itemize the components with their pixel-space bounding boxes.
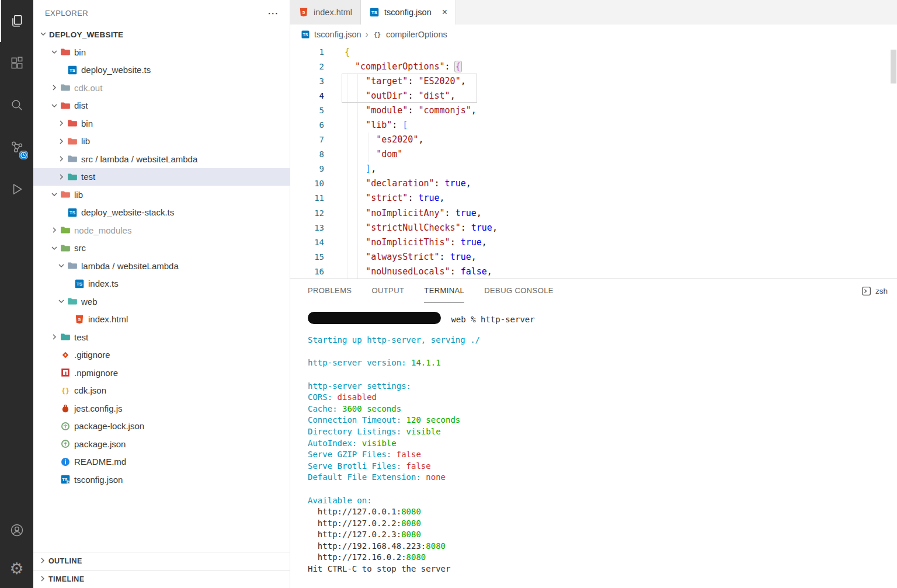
activity-search-icon[interactable] (0, 84, 33, 126)
activity-extensions-icon[interactable] (0, 42, 33, 84)
tree-item-label: bin (74, 47, 86, 57)
breadcrumb-item[interactable]: compilerOptions (386, 30, 447, 39)
tree-item[interactable]: package-lock.json (33, 417, 290, 436)
tree-item[interactable]: lambda / websiteLambda (33, 257, 290, 275)
tree-item[interactable]: src (33, 239, 290, 258)
tree-item[interactable]: web (33, 293, 290, 311)
terminal-launch-icon[interactable] (861, 286, 871, 296)
folder-web-icon (67, 296, 78, 307)
tree-item[interactable]: node_modules (33, 221, 290, 239)
tree-item[interactable]: lib (33, 186, 290, 204)
tab-tsconfig.json[interactable]: TStsconfig.json× (361, 0, 456, 25)
code-token: "dist" (418, 91, 450, 101)
terminal-text: http://192.168.48.223: (308, 541, 426, 551)
terminal-line (308, 483, 897, 495)
folder-lambda-icon (67, 260, 78, 271)
folder-src-icon (60, 243, 71, 253)
panel-tab-terminal[interactable]: TERMINAL (424, 279, 464, 302)
breadcrumb-item[interactable]: tsconfig.json (314, 30, 361, 39)
tree-item[interactable]: bin (33, 114, 290, 133)
shell-label[interactable]: zsh (875, 287, 888, 295)
sidebar-section-timeline[interactable]: TIMELINE (33, 570, 290, 588)
code-token: "module" (345, 105, 408, 116)
tree-item[interactable]: 5index.html (33, 311, 290, 329)
tree-item[interactable]: test (33, 168, 290, 186)
code-token: "declaration" (345, 178, 434, 189)
tree-item[interactable]: README.md (33, 453, 290, 471)
code-editor[interactable]: 1{2 "compilerOptions": {3 "target": "ES2… (290, 44, 897, 279)
tree-item[interactable]: package.json (33, 435, 290, 453)
tree-item-label: deploy_website-stack.ts (81, 207, 174, 217)
terminal-text: http://127.0.2.2: (308, 519, 401, 528)
tree-item[interactable]: jest.config.js (33, 399, 290, 417)
tab-index.html[interactable]: 5index.html (290, 0, 361, 25)
line-number: 14 (290, 238, 324, 247)
terminal-text: Default File Extension: (308, 472, 426, 482)
chevron-spacer (64, 279, 73, 288)
line-number: 13 (290, 223, 324, 232)
tree-item-label: jest.config.js (74, 403, 123, 413)
terminal-text: 8080 (401, 507, 421, 516)
tree-item[interactable]: dist (33, 97, 290, 115)
terminal-text: visible (362, 439, 397, 448)
activity-explorer-icon[interactable] (0, 0, 33, 42)
line-number: 8 (290, 149, 324, 159)
workspace-root-label: DEPLOY_WEBSITE (49, 30, 123, 39)
code-line: 9 ], (290, 162, 897, 176)
tree-item[interactable]: TSindex.ts (33, 275, 290, 293)
sidebar-section-outline[interactable]: OUTLINE (33, 552, 290, 570)
tree-item[interactable]: src / lambda / websiteLambda (33, 150, 290, 168)
tree-item[interactable]: {}cdk.json (33, 382, 290, 400)
code-token: : (434, 178, 445, 189)
chevron-spacer (57, 65, 66, 75)
code-token: "target" (345, 76, 408, 86)
code-token: , (487, 266, 492, 277)
code-token: "dom" (345, 149, 402, 159)
terminal-text: web % http-server (446, 315, 535, 324)
code-token: , (471, 105, 477, 116)
tree-item[interactable]: test (33, 328, 290, 346)
tree-item[interactable]: .gitignore (33, 346, 290, 364)
terminal-text: http-server version: (308, 358, 411, 367)
tree-item-label: src / lambda / websiteLambda (81, 154, 197, 164)
code-token: ] (345, 163, 371, 174)
code-text: "compilerOptions": { (324, 61, 461, 72)
panel-tab-debug-console[interactable]: DEBUG CONSOLE (484, 279, 554, 302)
panel-tab-problems[interactable]: PROBLEMS (308, 279, 352, 302)
close-icon[interactable]: × (442, 8, 447, 17)
tree-item[interactable]: TStsconfig.json (33, 471, 290, 489)
activity-settings-icon[interactable]: ⚙ (0, 549, 33, 588)
tree-item[interactable]: TSdeploy_website-stack.ts (33, 204, 290, 222)
code-token: : (440, 252, 450, 262)
code-token: "noUnusedLocals" (345, 266, 450, 277)
tree-item[interactable]: cdk.out (33, 79, 290, 97)
code-token: , (471, 252, 477, 262)
code-token: "noImplicitAny" (345, 208, 445, 218)
code-token: "strictNullChecks" (345, 222, 461, 233)
activity-run-debug-icon[interactable] (0, 168, 33, 210)
tree-item[interactable]: TSdeploy_website.ts (33, 61, 290, 79)
terminal-line: Starting up http-server, serving ./ (308, 335, 897, 346)
chevron-spacer (64, 315, 73, 324)
terminal-output[interactable]: web % http-serverStarting up http-server… (290, 302, 897, 588)
code-line: 2 "compilerOptions": { (290, 59, 897, 74)
more-actions-icon[interactable]: ⋯ (267, 6, 279, 20)
tree-item[interactable]: lib (33, 133, 290, 151)
package-icon (60, 421, 71, 432)
code-text: "noImplicitThis": true, (324, 237, 487, 248)
panel-tab-output[interactable]: OUTPUT (371, 279, 404, 302)
editor-scrollbar[interactable] (891, 50, 896, 83)
activity-remote-icon[interactable] (0, 126, 33, 168)
tree-item[interactable]: bin (33, 43, 290, 61)
tree-item-label: cdk.json (74, 385, 106, 395)
code-line: 10 "declaration": true, (290, 176, 897, 191)
activity-account-icon[interactable] (0, 511, 33, 549)
chevron-spacer (50, 439, 59, 448)
section-label: OUTLINE (48, 557, 82, 565)
terminal-text: 8080 (406, 552, 426, 562)
tree-item[interactable]: .npmignore (33, 364, 290, 382)
workspace-root-item[interactable]: DEPLOY_WEBSITE (33, 26, 290, 43)
jest-icon (60, 403, 71, 413)
folder-lambda-icon (67, 154, 78, 164)
bottom-panel: PROBLEMSOUTPUTTERMINALDEBUG CONSOLEzsh w… (290, 279, 897, 588)
